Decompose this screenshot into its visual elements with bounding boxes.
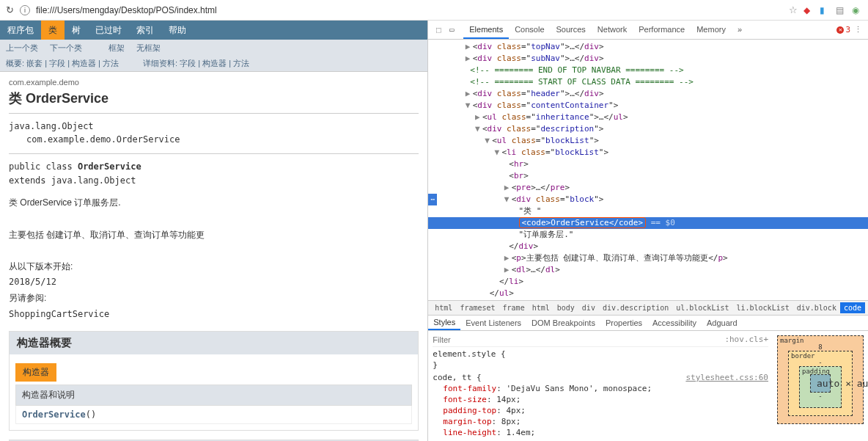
constructors-tab[interactable]: 构造器	[15, 363, 56, 382]
device-icon[interactable]: ▭	[446, 24, 457, 36]
nav-index[interactable]: 索引	[129, 21, 161, 40]
class-title: 类 OrderService	[9, 90, 419, 107]
cls-toggle[interactable]: .cls	[744, 334, 764, 345]
ellipsis-indicator: ⋯	[428, 194, 437, 205]
ctor-header: 构造器和说明	[16, 385, 412, 406]
ext-icon-3[interactable]: ▤	[836, 5, 846, 15]
css-rule-code[interactable]: code, tt {stylesheet.css:60 font-family:…	[433, 372, 768, 438]
star-icon[interactable]: ☆	[789, 4, 798, 15]
nav-class[interactable]: 类	[41, 21, 65, 40]
tab-event-listeners[interactable]: Event Listeners	[460, 316, 526, 329]
add-rule-icon[interactable]: +	[763, 334, 768, 345]
box-model: margin8 border- padding auto × auto -	[773, 331, 868, 441]
selected-dom-node: <code>OrderService</code> == $0	[428, 217, 868, 229]
tab-elements[interactable]: Elements	[463, 21, 509, 39]
tab-more[interactable]: »	[732, 21, 748, 39]
reload-icon[interactable]: ↻	[6, 4, 14, 15]
constructor-summary-title: 构造器概要	[10, 332, 418, 354]
extension-icons: ◆ ▮ ▤ ◉	[803, 5, 862, 15]
tab-dom-breakpoints[interactable]: DOM Breakpoints	[526, 316, 600, 329]
javadoc-page: 程序包 类 树 已过时 索引 帮助 上一个类 下一个类 框架 无框架 概要: 嵌…	[0, 21, 427, 441]
tab-accessibility[interactable]: Accessibility	[647, 316, 702, 329]
package-name: com.example.demo	[9, 78, 419, 87]
class-description: 类 OrderService 订单服务层. 主要包括 创建订单、取消订单、查询订…	[9, 195, 419, 322]
ext-icon-4[interactable]: ◉	[852, 5, 862, 15]
tab-console[interactable]: Console	[509, 21, 550, 39]
prev-class[interactable]: 上一个类	[6, 43, 38, 54]
nav-help[interactable]: 帮助	[161, 21, 194, 40]
tab-styles[interactable]: Styles	[428, 316, 460, 330]
next-class[interactable]: 下一个类	[50, 43, 82, 54]
constructor-summary: 构造器概要 构造器 构造器和说明 OrderService()	[9, 331, 419, 431]
inherit-root: java.lang.Object	[9, 120, 419, 133]
info-icon[interactable]: i	[20, 5, 30, 15]
nav-links: 概要: 嵌套 | 字段 | 构造器 | 方法 详细资料: 字段 | 构造器 | …	[0, 56, 427, 72]
error-badge[interactable]: ✕3	[836, 25, 850, 34]
ext-icon-2[interactable]: ▮	[820, 5, 830, 15]
browser-toolbar: ↻ i file:///Users/mengday/Desktop/POS/in…	[0, 0, 868, 21]
detail-links[interactable]: 详细资料: 字段 | 构造器 | 方法	[143, 59, 249, 68]
summary-links[interactable]: 概要: 嵌套 | 字段 | 构造器 | 方法	[6, 59, 119, 68]
table-row: OrderService()	[16, 406, 412, 424]
devtools-panel: ⬚ ▭ Elements Console Sources Network Per…	[427, 21, 868, 441]
dom-tree[interactable]: ▶<div class="topNav">…</div> ▶<div class…	[428, 40, 868, 300]
top-nav: 程序包 类 树 已过时 索引 帮助	[0, 21, 427, 40]
styles-panel: :hov .cls + element.style { } code, tt {…	[428, 331, 868, 441]
noframes-link[interactable]: 无框架	[136, 43, 161, 54]
nav-deprecated[interactable]: 已过时	[88, 21, 129, 40]
element-style[interactable]: element.style { }	[433, 349, 768, 371]
nav-tree[interactable]: 树	[65, 21, 88, 40]
class-signature: public class OrderService extends java.l…	[9, 160, 419, 188]
stylesheet-link[interactable]: stylesheet.css:60	[685, 372, 768, 383]
styles-filter[interactable]	[433, 334, 477, 345]
hov-toggle[interactable]: :hov	[724, 334, 744, 345]
breadcrumb[interactable]: htmlframesetframehtmlbodydivdiv.descript…	[428, 300, 868, 315]
inherit-self: com.example.demo.OrderService	[9, 133, 419, 146]
ext-icon-1[interactable]: ◆	[803, 5, 814, 15]
nav-package[interactable]: 程序包	[0, 21, 41, 40]
styles-tabs: Styles Event Listeners DOM Breakpoints P…	[428, 315, 868, 331]
inheritance-tree: java.lang.Object com.example.demo.OrderS…	[9, 120, 419, 146]
devtools-toolbar: ⬚ ▭ Elements Console Sources Network Per…	[428, 21, 868, 40]
url-bar[interactable]: file:///Users/mengday/Desktop/POS/index.…	[36, 5, 783, 15]
ctor-link[interactable]: OrderService	[22, 409, 86, 420]
frames-link[interactable]: 框架	[108, 43, 125, 54]
tab-adguard[interactable]: Adguard	[702, 316, 743, 329]
tab-memory[interactable]: Memory	[691, 21, 732, 39]
tab-properties[interactable]: Properties	[600, 316, 647, 329]
tab-performance[interactable]: Performance	[633, 21, 691, 39]
devtools-menu-icon[interactable]: ⋮	[852, 24, 864, 36]
tab-network[interactable]: Network	[592, 21, 633, 39]
tab-sources[interactable]: Sources	[551, 21, 592, 39]
sub-nav: 上一个类 下一个类 框架 无框架	[0, 40, 427, 56]
inspect-icon[interactable]: ⬚	[433, 24, 444, 36]
